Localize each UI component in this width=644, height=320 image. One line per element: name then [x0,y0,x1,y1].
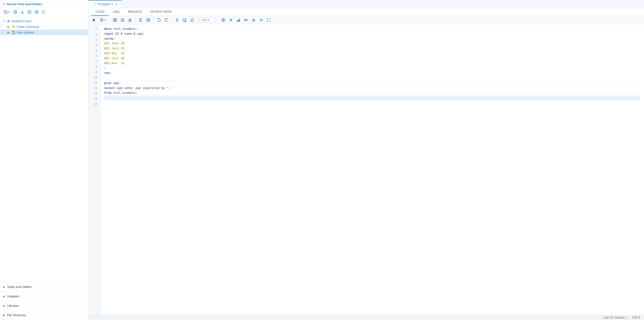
code-line-7: 001 Jack 30 [104,56,640,61]
list-view-button[interactable] [34,10,40,14]
svg-rect-39 [192,19,193,20]
play-button[interactable] [220,17,227,23]
code-line-3: cards; [104,36,640,42]
code-line-12: proc sql; [104,81,640,86]
refresh-button[interactable] [41,10,46,14]
indent-button[interactable] [258,17,264,23]
spellcheck-button[interactable] [174,17,180,23]
line-num-15: 15 [88,102,100,107]
svg-rect-16 [37,10,38,12]
wrap-button[interactable] [250,17,257,23]
code-line-10: run; [104,71,640,76]
libraries-label: Libraries [7,304,19,308]
svg-rect-46 [239,19,240,22]
keyword: select [104,86,115,90]
code-line-6: 003 Ron 15 [104,51,640,56]
nav-log[interactable]: LOG [109,8,124,16]
svg-rect-32 [147,19,150,22]
folder-icon: 📁 [12,25,16,28]
cancel-run-button[interactable] [228,17,234,23]
code-editor[interactable]: data test_example; input ID $ name $ age… [100,24,644,315]
keyword: cards [104,37,113,40]
line-num-3: 3 [88,38,100,43]
snippets-expand-icon: ▶ [3,295,5,298]
separator-6 [218,18,218,23]
nav-output-data[interactable]: OUTPUT DATA [146,8,176,16]
sidebar: ▼ Server Files and Folders ▼ [0,0,88,320]
line-num-10: 10 [88,75,100,80]
chart-button[interactable] [235,17,242,23]
line-num-9: 9 [88,70,100,75]
code-line-2: input ID $ name $ age; [104,32,640,36]
home-icon: 🏠 [12,30,16,34]
folder-shortcuts-item[interactable]: ▶ 📁 Folder Shortcuts [0,24,88,30]
status-bar: Line 15, Column 1 UTF-8 [88,315,644,320]
folder-shortcuts-expand-icon: ▶ [8,26,10,28]
cursor-position: Line 15, Column 1 [604,316,626,319]
sidebar-title: Server Files and Folders [7,2,42,6]
code-line-13: select age into: age separated by ',' [104,86,640,91]
string-value: ',' [167,86,172,90]
snippets-section[interactable]: ▶ Snippets [0,292,88,301]
delete-button[interactable] [12,10,18,14]
server-label: odaws02-usw2 [11,19,32,23]
tab-title: *Program 1 [98,2,113,6]
separator-5 [197,18,198,23]
history-button[interactable]: ▼ [98,17,108,23]
line-num-2: 2 [88,32,100,38]
tasks-expand-icon: ▶ [3,286,5,288]
sidebar-expand-icon[interactable]: ▼ [3,3,6,6]
undo-button[interactable] [156,17,162,23]
separator-4 [172,18,172,23]
step-button[interactable] [243,17,249,23]
line-number-input[interactable] [200,18,216,22]
format-button[interactable] [138,17,144,23]
nav-results[interactable]: RESULTS [124,8,146,16]
code-line-9: ; [104,66,640,71]
svg-rect-29 [139,19,142,19]
svg-rect-30 [139,20,142,20]
nav-code[interactable]: CODE [91,8,109,16]
sidebar-tree: ▼ 🖥 odaws02-usw2 ▶ 📁 Folder Shortcuts ▶ … [0,17,88,282]
tasks-section[interactable]: ▶ Tasks and Utilities [0,282,88,292]
editor-toolbar: ▼ [88,16,644,24]
file-shortcuts-section[interactable]: ▶ File Shortcuts [0,310,88,320]
save-as-button[interactable] [119,17,126,23]
tab-close-button[interactable]: ✕ [114,2,118,6]
new-file-button[interactable]: ▼ [3,10,11,15]
properties-button[interactable] [27,10,32,14]
folder-shortcuts-label: Folder Shortcuts [17,25,39,28]
tab-bar: 📄 *Program 1 ✕ [88,0,644,8]
server-node[interactable]: ▼ 🖥 odaws02-usw2 [0,18,88,24]
keyword: run [104,71,110,75]
line-num-4: 4 [88,43,100,48]
paste-button[interactable] [189,17,196,23]
editor-area: 1 2 3 4 5 6 7 8 9 10 11 12 13 14 15 data… [88,24,644,315]
code-complete-button[interactable] [145,17,152,23]
svg-marker-47 [244,19,246,21]
download-button[interactable] [20,10,25,14]
keyword: data [104,27,112,31]
separator-3 [154,18,154,23]
run-button[interactable] [91,17,98,23]
program1-tab[interactable]: 📄 *Program 1 ✕ [88,0,122,8]
line-num-1: 1 [88,27,100,32]
libraries-section[interactable]: ▶ Libraries [0,301,88,310]
files-home-item[interactable]: ▶ 🏠 Files (Home) [0,30,88,35]
svg-rect-17 [35,12,36,14]
line-num-6: 6 [88,54,100,59]
line-num-11: 11 [88,80,100,86]
svg-marker-19 [93,19,96,22]
file-shortcuts-label: File Shortcuts [7,314,26,317]
copy-button[interactable] [181,17,188,23]
svg-marker-41 [223,19,224,21]
svg-rect-37 [183,19,185,21]
line-num-5: 5 [88,48,100,54]
fullscreen-button[interactable] [265,17,272,23]
redo-button[interactable] [163,17,170,23]
line-num-8: 8 [88,64,100,70]
save-button[interactable] [112,17,118,23]
code-line-15[interactable] [104,96,640,100]
print-button[interactable] [127,17,134,23]
data-value: 005 Aon 18 [104,62,124,65]
